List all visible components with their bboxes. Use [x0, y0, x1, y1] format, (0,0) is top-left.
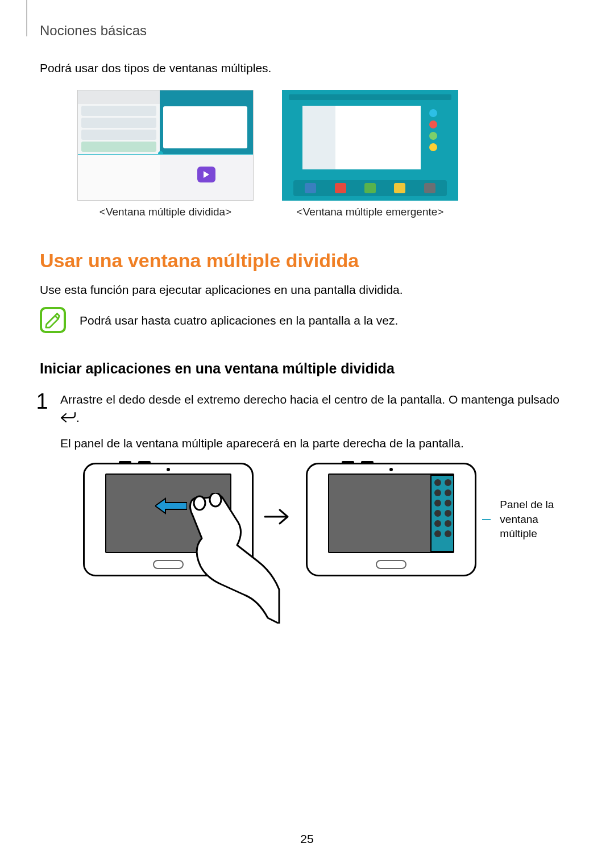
svg-point-2 [210, 493, 221, 506]
caption-popup: <Ventana múltiple emergente> [282, 204, 458, 221]
intro-text: Podrá usar dos tipos de ventanas múltipl… [40, 59, 574, 77]
step-line1b: . [76, 411, 80, 424]
callout-text: Panel de la ventana múltiple [500, 497, 574, 541]
back-icon [60, 411, 76, 429]
screenshot-popup [282, 90, 458, 201]
note-row: Podrá usar hasta cuatro aplicaciones en … [40, 307, 574, 333]
callout-leader [482, 519, 491, 520]
step-1: 1 Arrastre el dedo desde el extremo dere… [34, 391, 574, 610]
header-rule [26, 0, 27, 36]
breadcrumb: Nociones básicas [40, 20, 147, 41]
page-number: 25 [0, 830, 614, 848]
screenshot-popup-col: <Ventana múltiple emergente> [282, 90, 458, 221]
illustration-group: Panel de la ventana múltiple [60, 463, 574, 610]
hand-icon [182, 493, 285, 629]
step-line1a: Arrastre el dedo desde el extremo derech… [60, 393, 559, 406]
note-text: Podrá usar hasta cuatro aplicaciones en … [80, 307, 398, 330]
page-content: Podrá usar dos tipos de ventanas múltipl… [40, 59, 574, 610]
svg-point-1 [194, 496, 205, 510]
screenshot-row: <Ventana múltiple dividida> <Ventana múl… [40, 90, 574, 221]
section-body: Use esta función para ejecutar aplicacio… [40, 281, 574, 299]
tablet-swipe [83, 463, 254, 576]
subheading: Iniciar aplicaciones en una ventana múlt… [40, 358, 574, 380]
screenshot-split-col: <Ventana múltiple dividida> [77, 90, 254, 221]
step-line2: El panel de la ventana múltiple aparecer… [60, 434, 574, 452]
tablet-panel [306, 463, 476, 576]
section-heading: Usar una ventana múltiple dividida [40, 246, 574, 275]
screenshot-split [77, 90, 254, 201]
note-icon [40, 307, 66, 333]
caption-split: <Ventana múltiple dividida> [77, 204, 254, 221]
step-number: 1 [34, 391, 50, 412]
multiwindow-panel [430, 475, 454, 552]
step-body: Arrastre el dedo desde el extremo derech… [60, 391, 574, 610]
